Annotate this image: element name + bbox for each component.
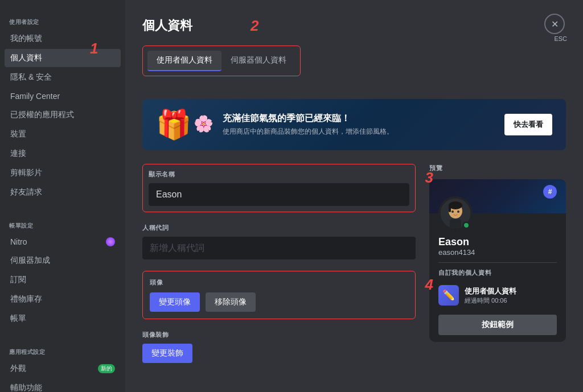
sidebar-item-my-account[interactable]: 我的帳號: [5, 30, 121, 48]
sidebar-item-clips[interactable]: 剪輯影片: [5, 164, 121, 182]
profile-tag-icon: #: [543, 185, 557, 199]
profile-status-dot: [462, 221, 470, 229]
avatar-label: 頭像: [150, 278, 408, 287]
close-button[interactable]: ✕: [544, 14, 565, 34]
display-name-group: 3 顯示名稱: [142, 164, 416, 212]
avatar-decoration-section: 頭像裝飾 變更裝飾: [142, 331, 416, 363]
section-label-billing: 帳單設定: [5, 217, 121, 232]
preview-label: 預覽: [429, 164, 566, 172]
svg-point-4: [451, 211, 454, 213]
tabs-wrapper: 使用者個人資料 伺服器個人資料: [142, 46, 301, 76]
section-label-app-settings: 應用程式設定: [5, 344, 121, 358]
sidebar-item-devices[interactable]: 裝置: [5, 125, 121, 143]
sidebar-item-family-center[interactable]: Family Center: [5, 88, 121, 105]
sidebar-item-accessibility[interactable]: 輔助功能: [5, 379, 121, 392]
sidebar-item-friend-requests[interactable]: 好友請求: [5, 183, 121, 201]
form-preview-layout: 3 顯示名稱 人稱代詞 4 頭像 變更頭像 移除頭像 頭像: [142, 164, 566, 374]
profile-avatar-wrapper: #: [429, 196, 566, 230]
change-decoration-button[interactable]: 變更裝飾: [142, 344, 192, 363]
profile-username: Eason: [438, 236, 557, 248]
svg-rect-6: [450, 219, 461, 228]
main-content: 1 2 個人資料 使用者個人資料 伺服器個人資料 🎁🌸 充滿佳節氣氛的季節已經來…: [125, 0, 583, 392]
banner-emojis: 🎁🌸: [156, 110, 214, 139]
profile-item-icon: ✏️: [438, 285, 459, 306]
section-label-user-settings: 使用者設定: [5, 14, 121, 28]
profile-divider: [438, 262, 557, 263]
profile-item-title: 使用者個人資料: [465, 286, 516, 296]
close-label: ESC: [554, 35, 567, 42]
page-title: 個人資料: [142, 17, 566, 34]
tab-server-profile[interactable]: 伺服器個人資料: [221, 51, 295, 71]
svg-rect-3: [449, 204, 451, 212]
profile-item-subtitle: 經過時間 00:06: [465, 296, 516, 305]
profile-card: # Eason eason4134 自訂我的個人資料 ✏️ 使用者個人資料 經過…: [429, 179, 566, 342]
nitro-icon: [106, 237, 115, 246]
profile-customize-label: 自訂我的個人資料: [438, 269, 557, 277]
display-name-label: 顯示名稱: [149, 170, 409, 179]
sidebar-item-billing[interactable]: 帳單: [5, 310, 121, 328]
avatar-buttons: 變更頭像 移除頭像: [150, 292, 408, 312]
seasonal-banner: 🎁🌸 充滿佳節氣氛的季節已經來臨！ 使用商店中的新商品裝飾您的個人資料，增添佳節…: [142, 99, 566, 150]
sidebar-item-gift-inventory[interactable]: 禮物庫存: [5, 290, 121, 308]
avatar-decoration-label: 頭像裝飾: [142, 331, 416, 339]
avatar-section: 4 頭像 變更頭像 移除頭像: [142, 271, 416, 319]
display-name-input[interactable]: [149, 183, 409, 206]
profile-tag: eason4134: [438, 248, 557, 257]
sidebar-item-authorized-apps[interactable]: 已授權的應用程式: [5, 106, 121, 124]
profile-info: Eason eason4134 自訂我的個人資料 ✏️ 使用者個人資料 經過時間…: [429, 236, 566, 342]
annotation-4: 4: [425, 276, 433, 294]
sidebar: 使用者設定 我的帳號 個人資料 隱私 & 安全 Family Center 已授…: [0, 0, 125, 392]
profile-example-button[interactable]: 按鈕範例: [438, 315, 557, 335]
sidebar-item-connections[interactable]: 連接: [5, 145, 121, 163]
banner-subtitle: 使用商店中的新商品裝飾您的個人資料，增添佳節風格。: [223, 127, 393, 137]
sidebar-item-appearance[interactable]: 外觀 新的: [5, 360, 121, 378]
banner-button[interactable]: 快去看看: [504, 114, 552, 135]
sidebar-item-server-boost[interactable]: 伺服器加成: [5, 251, 121, 270]
sidebar-item-privacy[interactable]: 隱私 & 安全: [5, 68, 121, 86]
preview-panel: 預覽: [429, 164, 566, 374]
tab-user-profile[interactable]: 使用者個人資料: [147, 51, 221, 71]
form-area: 3 顯示名稱 人稱代詞 4 頭像 變更頭像 移除頭像 頭像: [142, 164, 416, 374]
sidebar-item-nitro[interactable]: Nitro: [5, 233, 121, 250]
new-badge: 新的: [98, 364, 115, 373]
remove-avatar-button[interactable]: 移除頭像: [206, 292, 256, 312]
sidebar-item-subscriptions[interactable]: 訂閱: [5, 271, 121, 289]
svg-point-5: [457, 211, 459, 213]
sidebar-item-profile[interactable]: 個人資料: [5, 49, 121, 67]
banner-title: 充滿佳節氣氛的季節已經來臨！: [223, 113, 393, 125]
annotation-3: 3: [425, 169, 433, 187]
pronouns-label: 人稱代詞: [142, 224, 416, 232]
pronouns-input[interactable]: [142, 237, 416, 259]
pronouns-group: 人稱代詞: [142, 224, 416, 259]
change-avatar-button[interactable]: 變更頭像: [150, 292, 200, 312]
profile-user-profile-item: ✏️ 使用者個人資料 經過時間 00:06: [438, 282, 557, 309]
